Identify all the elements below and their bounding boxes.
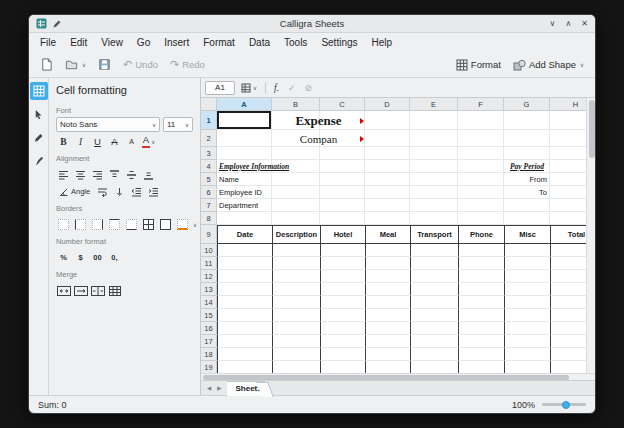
cell-A7[interactable]: Department [217,199,320,212]
cell-D13[interactable] [365,283,410,296]
cell-F5[interactable] [458,173,504,186]
cell-E10[interactable] [410,244,458,257]
cell-D16[interactable] [365,322,410,335]
cell-G12[interactable] [504,270,550,283]
menu-help[interactable]: Help [365,35,400,50]
cell-C11[interactable] [320,257,365,270]
cell-C13[interactable] [320,283,365,296]
column-header-F[interactable]: F [458,98,504,111]
sheet-tab-sheet1[interactable]: Sheet1 [227,381,264,396]
cell-G11[interactable] [504,257,550,270]
row-header-6[interactable]: 6 [201,186,217,199]
row-header-4[interactable]: 4 [201,160,217,173]
cell-F3[interactable] [458,147,504,160]
cell-E6[interactable] [410,186,458,199]
titlebar[interactable]: Calligra Sheets ∨ ∧ ✕ [29,15,595,33]
menu-file[interactable]: File [33,35,63,50]
selection-tool-tab[interactable] [30,105,48,123]
cell-G15[interactable] [504,309,550,322]
accept-entry-button[interactable]: ✓ [285,81,299,95]
cell-A13[interactable] [217,283,272,296]
cell-E11[interactable] [410,257,458,270]
cell-G8[interactable] [504,212,550,225]
cell-H15[interactable] [550,309,586,322]
italic-button[interactable]: I [73,134,88,149]
column-header-H[interactable]: H [550,98,586,111]
cell-F4[interactable] [458,160,504,173]
cell-H16[interactable] [550,322,586,335]
border-top-button[interactable] [107,217,122,232]
select-all-corner[interactable] [201,98,217,111]
cell-D8[interactable] [365,212,410,225]
cell-C5[interactable] [320,173,365,186]
cell-H6[interactable] [550,186,586,199]
cell-E9[interactable]: Transport [410,225,458,244]
column-header-G[interactable]: G [504,98,550,111]
vertical-text-button[interactable] [112,184,127,199]
strikethrough-button[interactable]: A [107,134,122,149]
cell-C14[interactable] [320,296,365,309]
increase-precision-button[interactable]: 00 [90,250,105,265]
cell-F10[interactable] [458,244,504,257]
align-center-button[interactable] [73,167,88,182]
percent-format-button[interactable]: % [56,250,71,265]
border-color-button[interactable] [175,217,190,232]
cell-G16[interactable] [504,322,550,335]
cell-B18[interactable] [272,348,320,361]
previous-sheet-button[interactable]: ◀ [204,385,214,391]
cell-F6[interactable] [458,186,504,199]
cell-H10[interactable] [550,244,586,257]
cell-A16[interactable] [217,322,272,335]
angle-button[interactable]: Angle [56,184,93,199]
currency-format-button[interactable]: $ [73,250,88,265]
border-outline-button[interactable] [158,217,173,232]
cell-A14[interactable] [217,296,272,309]
cell-E2[interactable] [410,130,458,147]
cell-F19[interactable] [458,361,504,373]
cell-G5[interactable]: From [504,173,550,186]
cell-H19[interactable] [550,361,586,373]
redo-button[interactable]: ↷ Redo [165,56,210,73]
cell-reference-box[interactable]: A1 [205,81,235,95]
cell-D6[interactable] [365,186,410,199]
menu-tools[interactable]: Tools [277,35,314,50]
cell-E12[interactable] [410,270,458,283]
cell-C9[interactable]: Hotel [320,225,365,244]
row-header-18[interactable]: 18 [201,348,217,361]
row-header-1[interactable]: 1 [201,111,217,130]
bold-button[interactable]: B [56,134,71,149]
cell-G10[interactable] [504,244,550,257]
valign-middle-button[interactable] [124,167,139,182]
align-left-button[interactable] [56,167,71,182]
cell-E15[interactable] [410,309,458,322]
column-header-B[interactable]: B [272,98,320,111]
cell-C17[interactable] [320,335,365,348]
cell-B2[interactable]: Compan [272,130,365,147]
cell-A18[interactable] [217,348,272,361]
cell-H2[interactable] [550,130,586,147]
menu-view[interactable]: View [94,35,130,50]
cell-D15[interactable] [365,309,410,322]
cell-A8[interactable] [217,212,272,225]
row-header-7[interactable]: 7 [201,199,217,212]
row-header-15[interactable]: 15 [201,309,217,322]
merge-region-button[interactable] [107,283,122,298]
cell-H9[interactable]: Total [550,225,586,244]
horizontal-scrollbar-thumb[interactable] [203,375,569,380]
cell-E18[interactable] [410,348,458,361]
menu-format[interactable]: Format [196,35,242,50]
cell-H5[interactable] [550,173,586,186]
row-header-14[interactable]: 14 [201,296,217,309]
cell-E13[interactable] [410,283,458,296]
cell-B1[interactable]: Expense [272,111,365,130]
cell-D4[interactable] [365,160,410,173]
cell-E1[interactable] [410,111,458,130]
cell-C19[interactable] [320,361,365,373]
minimize-button[interactable]: ∨ [550,19,556,28]
row-header-10[interactable]: 10 [201,244,217,257]
cell-D3[interactable] [365,147,410,160]
valign-bottom-button[interactable] [141,167,156,182]
cell-A6[interactable]: Employee ID [217,186,320,199]
cell-E4[interactable] [410,160,458,173]
merge-cells-button[interactable] [56,283,71,298]
